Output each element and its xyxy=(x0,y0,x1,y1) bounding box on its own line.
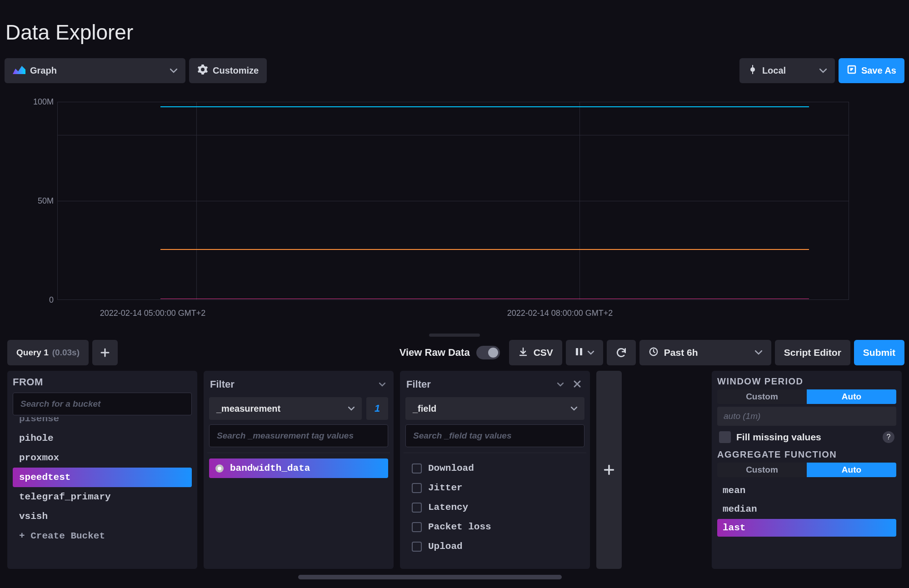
measurement-value-label: bandwidth_data xyxy=(230,463,310,473)
window-period-mode[interactable]: Custom Auto xyxy=(717,389,896,404)
submit-button[interactable]: Submit xyxy=(854,340,904,365)
remove-filter-button[interactable] xyxy=(570,378,584,392)
customize-button[interactable]: Customize xyxy=(189,58,267,83)
chart-plot xyxy=(57,102,849,300)
auto-refresh-dropdown[interactable] xyxy=(566,340,603,365)
chevron-down-icon xyxy=(170,69,177,73)
filter-key-dropdown[interactable]: _measurement xyxy=(209,397,362,420)
field-value-label: Packet loss xyxy=(428,522,491,532)
timezone-label: Local xyxy=(762,65,786,76)
save-as-button[interactable]: Save As xyxy=(839,58,904,83)
time-range-dropdown[interactable]: Past 6h xyxy=(639,340,771,365)
submit-label: Submit xyxy=(863,347,895,358)
query-tab[interactable]: Query 1 (0.03s) xyxy=(7,340,89,365)
series-line xyxy=(160,106,809,107)
checkbox-icon xyxy=(412,463,422,473)
svg-rect-3 xyxy=(752,72,753,74)
window-custom-button[interactable]: Custom xyxy=(717,389,807,404)
filter-panel-measurement: Filter _measurement 1 bandwidth_data xyxy=(204,371,394,569)
bucket-item[interactable]: speedtest xyxy=(13,468,192,487)
from-title: FROM xyxy=(13,376,192,388)
y-tick: 0 xyxy=(49,295,54,305)
chart-area: 100M 50M 0 2022-02-14 05:00:00 GMT+2 202… xyxy=(5,90,904,328)
svg-rect-6 xyxy=(580,348,582,355)
chevron-down-icon xyxy=(379,383,385,387)
y-tick: 100M xyxy=(33,97,54,107)
fill-missing-checkbox[interactable] xyxy=(719,431,731,443)
filter-type-dropdown[interactable]: Filter xyxy=(209,376,388,393)
visualization-type-dropdown[interactable]: Graph xyxy=(5,58,185,83)
svg-marker-0 xyxy=(13,66,25,74)
aggregate-item[interactable]: last xyxy=(717,519,896,537)
... (truncated)[interactable]: mean xyxy=(717,482,896,499)
measurement-value-list: bandwidth_data xyxy=(209,458,388,478)
bucket-item[interactable]: pihole xyxy=(13,429,192,448)
filter-panel-field: Filter _field Download Jitter Latency Pa… xyxy=(400,371,590,569)
aggregate-custom-button[interactable]: Custom xyxy=(717,463,807,477)
window-auto-button[interactable]: Auto xyxy=(807,389,896,404)
add-filter-button[interactable] xyxy=(596,371,622,569)
pause-icon xyxy=(575,347,583,359)
bucket-item[interactable]: vsish xyxy=(13,507,192,526)
toggle-switch[interactable] xyxy=(476,346,500,359)
filter-selected-count: 1 xyxy=(366,397,388,420)
window-aggregate-panel: WINDOW PERIOD Custom Auto auto (1m) Fill… xyxy=(712,371,902,569)
resize-handle[interactable] xyxy=(5,333,904,337)
field-value-label: Jitter xyxy=(428,483,463,493)
view-raw-data-toggle[interactable]: View Raw Data xyxy=(400,346,500,359)
field-value-label: Upload xyxy=(428,541,463,552)
window-period-title: WINDOW PERIOD xyxy=(717,376,896,387)
aggregate-auto-button[interactable]: Auto xyxy=(807,463,896,477)
measurement-value-item[interactable]: bandwidth_data xyxy=(209,458,388,478)
field-value-item[interactable]: Jitter xyxy=(405,478,584,498)
field-value-item[interactable]: Latency xyxy=(405,498,584,517)
checkbox-icon xyxy=(412,483,422,493)
aggregate-function-list: mean median last xyxy=(717,482,896,537)
window-period-input[interactable]: auto (1m) xyxy=(717,407,896,426)
filter-key-label: _field xyxy=(413,404,436,414)
radio-icon xyxy=(215,464,224,473)
aggregate-title: AGGREGATE FUNCTION xyxy=(717,449,896,460)
filter-title: Filter xyxy=(406,379,431,390)
y-tick: 50M xyxy=(38,196,54,206)
csv-button[interactable]: CSV xyxy=(509,340,562,365)
filter-type-dropdown[interactable]: Filter xyxy=(405,376,566,393)
checkbox-icon xyxy=(412,542,422,552)
query-tab-timing: (0.03s) xyxy=(52,348,80,358)
chevron-down-icon xyxy=(819,69,827,73)
save-as-label: Save As xyxy=(861,65,896,76)
filter-key-dropdown[interactable]: _field xyxy=(405,397,584,420)
aggregate-item[interactable]: median xyxy=(717,500,896,518)
bucket-item[interactable]: pisense xyxy=(13,417,192,429)
timezone-dropdown[interactable]: Local xyxy=(739,58,835,83)
horizontal-scrollbar[interactable] xyxy=(5,573,904,581)
help-icon[interactable]: ? xyxy=(883,431,894,443)
bucket-list: pisense pihole proxmox speedtest telegra… xyxy=(13,417,192,546)
chevron-down-icon xyxy=(755,350,762,355)
aggregate-mode[interactable]: Custom Auto xyxy=(717,463,896,477)
field-value-label: Download xyxy=(428,463,474,473)
series-line xyxy=(160,249,809,250)
field-value-item[interactable]: Packet loss xyxy=(405,517,584,537)
checkbox-icon xyxy=(412,522,422,532)
query-toolbar: Query 1 (0.03s) View Raw Data CSV Past 6… xyxy=(5,337,904,371)
script-editor-button[interactable]: Script Editor xyxy=(775,340,850,365)
measurement-search-input[interactable] xyxy=(209,424,388,447)
time-range-label: Past 6h xyxy=(664,347,698,358)
customize-label: Customize xyxy=(213,65,259,76)
chevron-down-icon xyxy=(571,407,577,411)
chevron-down-icon xyxy=(348,407,355,411)
field-value-item[interactable]: Upload xyxy=(405,537,584,556)
x-tick: 2022-02-14 05:00:00 GMT+2 xyxy=(100,309,206,318)
field-value-item[interactable]: Download xyxy=(405,458,584,478)
add-query-button[interactable] xyxy=(92,340,118,365)
bucket-item[interactable]: telegraf_primary xyxy=(13,487,192,507)
bucket-search-input[interactable] xyxy=(13,393,192,415)
bucket-item[interactable]: proxmox xyxy=(13,448,192,468)
export-icon xyxy=(847,65,857,77)
x-tick: 2022-02-14 08:00:00 GMT+2 xyxy=(507,309,613,318)
from-panel: FROM pisense pihole proxmox speedtest te… xyxy=(7,371,197,569)
field-search-input[interactable] xyxy=(405,424,584,447)
create-bucket-button[interactable]: + Create Bucket xyxy=(13,526,192,546)
refresh-button[interactable] xyxy=(607,340,636,365)
